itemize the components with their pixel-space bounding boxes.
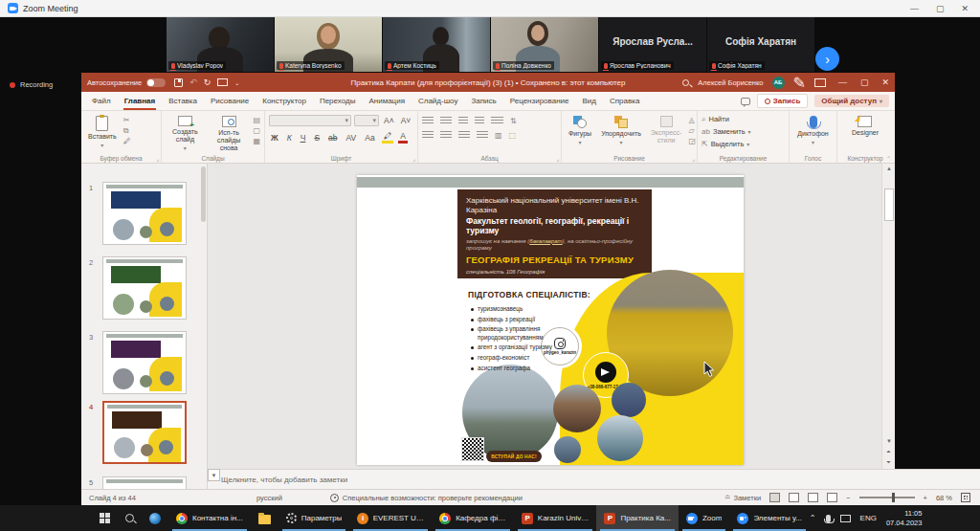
taskbar-zoom[interactable]: Zoom xyxy=(679,505,729,531)
language-switcher[interactable]: ENG xyxy=(860,514,877,522)
shapes-button[interactable]: Фигуры▾ xyxy=(566,115,594,153)
zoom-close-button[interactable]: ✕ xyxy=(961,4,969,13)
format-painter-icon[interactable]: 🖉 xyxy=(123,138,131,145)
taskbar-file-explorer[interactable] xyxy=(251,505,278,531)
taskbar-search-button[interactable] xyxy=(118,505,142,531)
tray-mic-icon[interactable] xyxy=(826,515,831,522)
collapse-ribbon-button[interactable]: ⌃ xyxy=(886,155,891,162)
present-button[interactable] xyxy=(217,78,228,86)
zoom-slider[interactable] xyxy=(859,497,915,498)
participant-video-polina[interactable]: Полiна Довженко xyxy=(491,17,598,72)
accessibility-status[interactable]: Специальные возможности: проверьте реком… xyxy=(343,494,523,502)
taskbar-everest[interactable]: iEVEREST Ulti... xyxy=(349,505,432,531)
font-color-button[interactable]: А xyxy=(398,131,408,144)
start-button[interactable] xyxy=(92,505,118,531)
bold-button[interactable]: Ж xyxy=(269,133,280,143)
participant-video-artem[interactable]: Артем Костиць xyxy=(383,17,490,72)
font-size-select[interactable]: ▾ xyxy=(354,115,379,126)
zoom-in-button[interactable]: + xyxy=(924,494,927,502)
ppt-maximize-button[interactable]: ▢ xyxy=(860,77,869,87)
tab-help[interactable]: Справка xyxy=(603,92,646,110)
ppt-close-button[interactable]: ✕ xyxy=(881,77,889,87)
text-direction-icon[interactable]: ⇅ xyxy=(510,118,517,125)
align-left-icon[interactable] xyxy=(422,131,434,140)
font-name-select[interactable]: ▾ xyxy=(269,115,351,126)
line-spacing-icon[interactable] xyxy=(491,117,503,125)
paragraph-dialog-launcher[interactable]: ⌟ xyxy=(556,155,559,162)
font-dialog-launcher[interactable]: ⌟ xyxy=(412,155,415,162)
participant-video-vladyslav[interactable]: Vladyslav Popov xyxy=(167,17,274,72)
shape-outline-icon[interactable]: ▱ xyxy=(688,127,696,135)
taskbar-chrome-kafedra[interactable]: Кафедра фіз... xyxy=(432,505,514,531)
slide-sorter-view-button[interactable] xyxy=(789,493,799,502)
slide-thumbnail-2[interactable] xyxy=(102,256,187,320)
slide-thumbnail-3[interactable] xyxy=(102,331,187,394)
fit-slide-to-window-button[interactable] xyxy=(961,493,970,502)
tab-design[interactable]: Конструктор xyxy=(256,92,313,110)
slide-thumbnail-4-selected[interactable] xyxy=(102,401,187,464)
thumbnail-panel-expand-button[interactable]: ▼ xyxy=(208,469,220,481)
arrange-button[interactable]: Упорядочить▾ xyxy=(598,115,644,153)
slide-thumbnail-1[interactable] xyxy=(102,182,187,245)
select-button[interactable]: ⇱Выделить▾ xyxy=(702,140,785,148)
underline-button[interactable]: Ч xyxy=(299,133,308,143)
slide-thumbnail-5-partial[interactable] xyxy=(102,476,187,489)
ppt-minimize-button[interactable]: — xyxy=(838,77,847,87)
next-slide-icon[interactable]: ⏷ xyxy=(886,459,891,466)
tab-view[interactable]: Вид xyxy=(575,92,602,110)
shadow-button[interactable]: ab xyxy=(326,133,339,143)
decrease-font-icon[interactable]: A˅ xyxy=(399,116,413,125)
taskbar-chrome-kontaktna[interactable]: Контактна ін... xyxy=(168,505,251,531)
shape-effects-icon[interactable]: ◲ xyxy=(688,138,696,145)
columns-icon[interactable]: ▥ xyxy=(495,132,502,140)
participant-tile-yaroslav[interactable]: Ярослав Русла... Ярослав Русланович xyxy=(599,17,706,72)
slide-canvas[interactable]: Харківський національний університет іме… xyxy=(357,175,744,465)
copy-icon[interactable]: ⧉ xyxy=(123,127,131,135)
quick-styles-button[interactable]: Экспресс-стили xyxy=(648,115,685,153)
taskbar-ppt-karazin[interactable]: PKarazin Unive... xyxy=(514,505,596,531)
redo-button[interactable]: ↻ xyxy=(204,77,212,87)
taskbar-zoom-elements[interactable]: Элементы у... xyxy=(729,505,809,531)
indent-decrease-icon[interactable] xyxy=(458,117,468,125)
tab-file[interactable]: Файл xyxy=(85,92,118,110)
paste-button[interactable]: Вставить▾ xyxy=(85,115,120,153)
bullets-icon[interactable] xyxy=(422,117,434,125)
strikethrough-button[interactable]: S xyxy=(312,133,322,143)
taskbar-settings[interactable]: Параметры xyxy=(278,505,350,531)
autosave-toggle[interactable] xyxy=(146,78,166,87)
tab-animations[interactable]: Анимация xyxy=(362,92,412,110)
save-button[interactable] xyxy=(174,78,183,87)
increase-font-icon[interactable]: A˄ xyxy=(382,116,396,125)
language-indicator[interactable]: русский xyxy=(256,494,282,502)
italic-button[interactable]: К xyxy=(285,133,294,143)
zoom-out-button[interactable]: − xyxy=(846,494,850,502)
next-participants-button[interactable]: › xyxy=(815,47,839,71)
qat-customize-button[interactable]: ⌄ xyxy=(234,79,239,86)
layout-icon[interactable]: ▤ xyxy=(253,117,260,124)
scrollbar-thumb[interactable] xyxy=(884,188,894,221)
highlight-color-button[interactable]: 🖍 xyxy=(382,131,394,144)
search-icon[interactable] xyxy=(682,79,689,86)
editing-mode-icon[interactable]: ✎ xyxy=(793,74,806,92)
tab-draw[interactable]: Рисование xyxy=(204,92,256,110)
designer-button[interactable]: Designer xyxy=(849,115,881,153)
reset-icon[interactable]: ▢ xyxy=(253,127,260,135)
zoom-maximize-button[interactable]: ▢ xyxy=(936,4,945,13)
ribbon-display-options-button[interactable] xyxy=(814,78,826,87)
participant-video-kateryna[interactable]: Kateryna Borysenko xyxy=(275,17,382,72)
share-button[interactable]: Общий доступ▾ xyxy=(814,95,889,107)
zoom-slider-knob[interactable] xyxy=(892,493,896,502)
tab-review[interactable]: Рецензирование xyxy=(503,92,576,110)
tab-home[interactable]: Главная xyxy=(118,92,163,110)
record-button[interactable]: Запись xyxy=(757,94,809,108)
indent-increase-icon[interactable] xyxy=(475,117,484,125)
taskbar-clock[interactable]: 11:05 07.04.2023 xyxy=(886,509,923,528)
zoom-minimize-button[interactable]: — xyxy=(910,4,919,13)
tab-record[interactable]: Запись xyxy=(464,92,502,110)
justify-icon[interactable] xyxy=(477,131,488,140)
dictate-button[interactable]: Диктофон▾ xyxy=(794,115,831,153)
taskbar-ppt-praktika-active[interactable]: PПрактика Ка... xyxy=(596,505,679,531)
comments-icon[interactable] xyxy=(741,98,750,105)
shape-fill-icon[interactable]: ◬ xyxy=(688,117,696,124)
section-icon[interactable]: ▦ xyxy=(253,138,260,145)
